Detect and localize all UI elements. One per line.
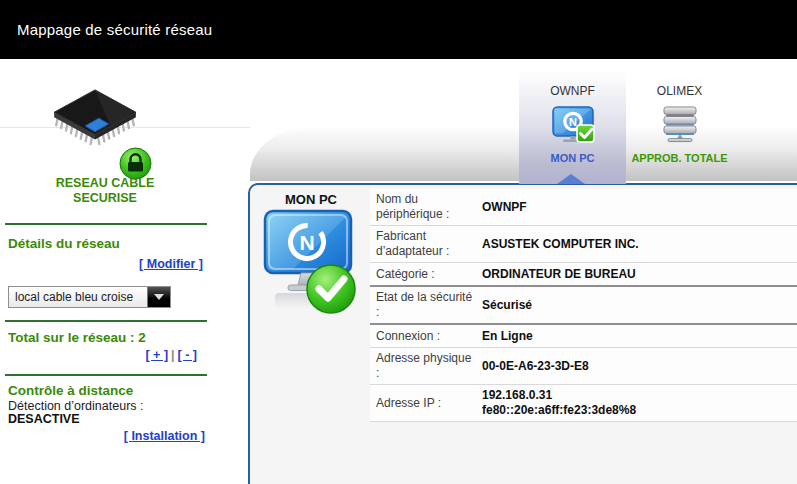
network-security-map-window: Mappage de sécurité réseau: [0, 0, 797, 484]
device-summary: MON PC: [254, 192, 368, 331]
check-badge-icon: [577, 125, 594, 142]
total-on-network-label: Total sur le réseau : 2: [8, 330, 146, 345]
detection-label: Détection d’ordinateurs :: [8, 399, 144, 413]
detection-status: DESACTIVE: [8, 412, 80, 426]
device-details-table: Nom du périphérique : OWNPF Fabricant d’…: [370, 189, 797, 422]
server-stack-icon: [657, 105, 703, 147]
modify-link-container: [ Modifier ]: [8, 257, 203, 271]
pc-monitor-icon: N: [550, 105, 596, 147]
add-remove-links: [ + ]|[ - ]: [8, 348, 197, 362]
device-name: OLIMEX: [657, 84, 702, 98]
check-circle-icon: [307, 265, 355, 313]
table-row: Connexion : En Ligne: [370, 325, 797, 348]
green-divider: [5, 223, 207, 225]
green-divider: [5, 374, 207, 376]
green-divider: [5, 320, 207, 322]
dropdown-button[interactable]: [147, 287, 170, 307]
table-row: Fabricant d’adaptateur : ASUSTEK COMPUTE…: [370, 226, 797, 263]
device-tab-ownpf[interactable]: OWNPF N MON PC: [519, 70, 626, 184]
device-tab-label: MON PC: [551, 152, 595, 164]
svg-text:N: N: [299, 231, 314, 254]
network-select-dropdown[interactable]: local cable bleu croise: [8, 286, 171, 308]
table-row: Etat de la sécurité : Sécurisé: [370, 287, 797, 325]
network-select-value: local cable bleu croise: [9, 287, 147, 307]
add-device-link[interactable]: [ + ]: [145, 348, 168, 362]
installation-link-container: [ Installation ]: [8, 429, 205, 443]
link-divider: |: [168, 348, 178, 362]
panel-title: MON PC: [254, 192, 368, 207]
selected-tab-pointer: [557, 174, 585, 184]
svg-text:N: N: [569, 116, 577, 128]
network-status-label: RESEAU CABLE SECURISE: [5, 176, 205, 206]
table-row: Adresse physique : 00-0E-A6-23-3D-E8: [370, 348, 797, 385]
modify-link[interactable]: [ Modifier ]: [139, 257, 203, 271]
table-row: Catégorie : ORDINATEUR DE BUREAU: [370, 263, 797, 287]
device-tab-olimex[interactable]: OLIMEX APPROB. TOTALE: [626, 70, 733, 184]
network-details-title: Détails du réseau: [8, 236, 120, 251]
header-bar: Mappage de sécurité réseau: [0, 0, 797, 59]
table-row: Nom du périphérique : OWNPF: [370, 189, 797, 226]
device-name: OWNPF: [550, 84, 595, 98]
secured-pc-icon: N: [261, 209, 361, 327]
page-title: Mappage de sécurité réseau: [0, 21, 212, 38]
chevron-down-icon: [154, 294, 164, 300]
remote-control-title: Contrôle à distance: [8, 383, 133, 398]
ip-address-v6: fe80::20e:a6ff:fe23:3de8%8: [482, 403, 636, 418]
device-tab-label: APPROB. TOTALE: [631, 152, 727, 164]
remove-device-link[interactable]: [ - ]: [178, 348, 197, 362]
device-detail-panel: MON PC: [248, 183, 797, 484]
ip-address-v4: 192.168.0.31: [482, 388, 636, 403]
table-row: Adresse IP : 192.168.0.31 fe80::20e:a6ff…: [370, 385, 797, 422]
installation-link[interactable]: [ Installation ]: [124, 429, 205, 443]
